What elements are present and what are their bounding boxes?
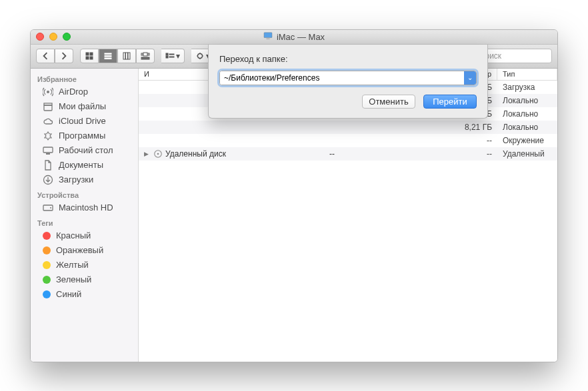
sidebar-item-documents[interactable]: Документы <box>31 158 138 173</box>
sidebar: Избранное AirDropМои файлыiCloud DriveПр… <box>31 69 139 362</box>
minimize-window-button[interactable] <box>49 33 57 41</box>
sidebar-header-devices: Устройства <box>31 187 138 200</box>
svg-point-25 <box>47 91 49 93</box>
table-row[interactable]: ▶Удаленный диск----Удаленный <box>139 147 557 161</box>
folder-path-combobox[interactable]: ⌄ <box>219 71 477 85</box>
svg-rect-5 <box>90 57 93 59</box>
myfiles-icon <box>43 101 53 112</box>
sidebar-item-label: Оранжевый <box>56 245 103 255</box>
disclosure-triangle-icon[interactable]: ▶ <box>144 151 151 157</box>
hdd-icon <box>43 202 53 213</box>
sidebar-item-cloud[interactable]: iCloud Drive <box>31 114 138 129</box>
sidebar-item-downloads[interactable]: Загрузки <box>31 173 138 187</box>
sidebar-item-label: Мои файлы <box>59 101 106 111</box>
finder-window: iMac — Max ▾ ▾ Поиск <box>30 29 558 362</box>
svg-rect-12 <box>143 53 147 56</box>
svg-rect-1 <box>266 38 269 39</box>
cell-type: Локально <box>497 96 557 105</box>
sidebar-item-label: AirDrop <box>59 87 88 97</box>
svg-rect-28 <box>43 147 53 153</box>
back-button[interactable] <box>36 49 55 63</box>
titlebar: iMac — Max <box>31 30 557 45</box>
close-window-button[interactable] <box>36 33 44 41</box>
sidebar-tag[interactable]: Желтый <box>31 258 138 272</box>
svg-rect-4 <box>86 57 89 59</box>
cell-size: -- <box>451 136 497 145</box>
svg-rect-10 <box>126 53 128 59</box>
sidebar-item-label: Красный <box>56 230 91 240</box>
svg-rect-15 <box>141 57 149 58</box>
file-list: И Размер Тип 7,47 ГБЗагрузка8,65 ГБЛокал… <box>139 69 557 362</box>
tag-color-icon <box>43 232 51 240</box>
svg-point-32 <box>50 207 51 208</box>
icon-view-button[interactable] <box>80 49 99 63</box>
list-view-button[interactable] <box>99 49 117 63</box>
svg-rect-26 <box>44 105 52 111</box>
tag-color-icon <box>43 290 51 298</box>
svg-rect-8 <box>105 58 111 59</box>
cancel-button[interactable]: Отменить <box>362 95 415 109</box>
svg-rect-27 <box>44 103 52 105</box>
cell-type: Локально <box>497 123 557 132</box>
svg-rect-14 <box>148 53 149 55</box>
sidebar-item-apps[interactable]: Программы <box>31 129 138 143</box>
cloud-icon <box>43 116 53 127</box>
sidebar-item-airdrop[interactable]: AirDrop <box>31 85 138 99</box>
sidebar-item-label: Загрузки <box>59 175 93 185</box>
column-view-button[interactable] <box>117 49 136 63</box>
sidebar-item-label: Зеленый <box>56 274 91 284</box>
svg-rect-20 <box>169 57 174 57</box>
sidebar-item-label: Рабочий стол <box>59 145 113 155</box>
cell-type: Локально <box>497 109 557 119</box>
chevron-down-icon[interactable]: ⌄ <box>464 71 476 85</box>
tag-color-icon <box>43 276 51 284</box>
svg-rect-13 <box>141 53 143 55</box>
cell-type: Окружение <box>497 136 557 145</box>
svg-rect-9 <box>123 53 125 59</box>
view-buttons <box>80 49 155 63</box>
arrange-button[interactable]: ▾ <box>161 49 185 63</box>
svg-rect-2 <box>86 53 89 55</box>
svg-point-34 <box>157 153 159 155</box>
sidebar-item-label: Документы <box>59 160 103 170</box>
sidebar-tag[interactable]: Синий <box>31 287 138 302</box>
table-row[interactable]: 8,21 ГБЛокально <box>139 121 557 134</box>
svg-rect-29 <box>46 153 50 155</box>
window-title: iMac — Max <box>263 32 325 42</box>
svg-rect-7 <box>105 56 111 57</box>
svg-rect-18 <box>166 56 168 58</box>
sidebar-header-tags: Теги <box>31 215 138 228</box>
apps-icon <box>43 131 53 141</box>
desktop-icon <box>43 145 53 156</box>
svg-rect-0 <box>264 32 272 37</box>
coverflow-view-button[interactable] <box>136 49 155 63</box>
zoom-window-button[interactable] <box>63 33 71 41</box>
cell-date: -- <box>324 149 451 159</box>
svg-rect-11 <box>128 53 130 59</box>
forward-button[interactable] <box>55 49 73 63</box>
documents-icon <box>43 160 53 171</box>
cell-type: Загрузка <box>497 83 557 92</box>
cell-size: -- <box>451 149 497 159</box>
sidebar-item-hdd[interactable]: Macintosh HD <box>31 200 138 215</box>
svg-rect-3 <box>90 53 93 55</box>
remote-disk-icon <box>153 149 163 159</box>
folder-path-input[interactable] <box>220 71 464 85</box>
column-type[interactable]: Тип <box>497 69 557 80</box>
sidebar-item-myfiles[interactable]: Мои файлы <box>31 99 138 114</box>
sidebar-item-label: iCloud Drive <box>59 116 106 126</box>
tag-color-icon <box>43 261 51 269</box>
cell-name: Удаленный диск <box>165 149 226 159</box>
go-button[interactable]: Перейти <box>423 95 477 109</box>
sidebar-item-desktop[interactable]: Рабочий стол <box>31 143 138 158</box>
sheet-label: Переход к папке: <box>219 54 477 64</box>
sidebar-item-label: Синий <box>56 289 81 299</box>
table-row[interactable]: --Окружение <box>139 134 557 147</box>
sidebar-tag[interactable]: Оранжевый <box>31 243 138 258</box>
sidebar-tag[interactable]: Красный <box>31 228 138 243</box>
sidebar-item-label: Программы <box>59 131 105 141</box>
imac-icon <box>263 32 273 42</box>
sidebar-tag[interactable]: Зеленый <box>31 272 138 287</box>
airdrop-icon <box>43 87 53 97</box>
sidebar-item-label: Macintosh HD <box>59 202 113 212</box>
